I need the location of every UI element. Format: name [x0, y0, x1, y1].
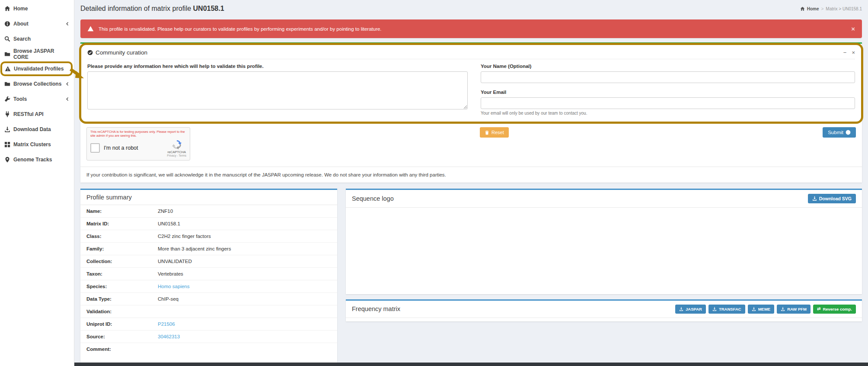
profile-row-label: Class: — [86, 234, 158, 239]
recaptcha-warning: This reCAPTCHA is for testing purposes o… — [90, 130, 186, 138]
recaptcha-row: I'm not a robot reCAPTCHA Privacy - Term… — [90, 139, 186, 157]
wrench-icon — [4, 96, 10, 102]
curation-highlight-outline: Community curation − × Please provide an… — [79, 43, 863, 124]
chevron-left-icon — [65, 97, 70, 101]
matrix-format-buttons: JASPARTRANSFACMEMERAW PFM⇄Reverse comp. — [675, 305, 856, 314]
jaspar-button[interactable]: JASPAR — [675, 305, 706, 314]
info-icon — [4, 21, 10, 27]
download-icon — [712, 307, 717, 311]
email-field[interactable] — [481, 97, 855, 109]
sidebar-item-label: Download Data — [13, 126, 51, 132]
validation-info-textarea[interactable] — [87, 71, 468, 109]
sidebar-item-genome-tracks[interactable]: Genome Tracks — [0, 152, 74, 167]
sidebar-item-unvalidated-profiles[interactable]: Unvalidated Profiles — [0, 61, 73, 76]
curation-controls: − × — [843, 50, 855, 55]
chevron-left-icon — [65, 82, 70, 86]
profile-row-value: Vertebrates — [158, 271, 183, 276]
info-label: Please provide any information here whic… — [87, 64, 468, 69]
contribution-note: If your contribution is significant, we … — [80, 167, 862, 183]
sequence-logo-heading: Sequence logo Download SVG — [346, 190, 862, 208]
raw-pfm-button[interactable]: RAW PFM — [777, 305, 811, 314]
recaptcha-logo-icon — [172, 139, 182, 150]
sidebar-item-label: Browse Collections — [13, 81, 61, 87]
recaptcha-widget: This reCAPTCHA is for testing purposes o… — [86, 127, 190, 161]
sidebar-item-label: Search — [13, 36, 31, 42]
page-title-matrix-id: UN0158.1 — [193, 5, 224, 12]
sidebar-item-label: Browse JASPAR CORE — [13, 48, 70, 60]
reverse-comp--button[interactable]: ⇄Reverse comp. — [813, 305, 856, 314]
download-svg-button[interactable]: Download SVG — [808, 194, 856, 203]
sidebar-item-label: Tools — [13, 96, 27, 102]
sidebar-item-label: RESTful API — [13, 111, 44, 117]
profile-row-species-: Species:Homo sapiens — [80, 280, 337, 293]
profile-row-value: UN0158.1 — [158, 221, 180, 226]
sidebar-item-tools[interactable]: Tools — [0, 91, 74, 106]
unvalidated-alert: This profile is unvalidated. Please help… — [80, 19, 862, 38]
breadcrumb-trail: Matrix > UN0158.1 — [826, 6, 862, 11]
profile-row-matrix-id-: Matrix ID:UN0158.1 — [80, 218, 337, 230]
sidebar-item-download-data[interactable]: Download Data — [0, 122, 74, 137]
plug-icon — [4, 111, 10, 117]
curation-title: Community curation — [87, 49, 147, 56]
profile-row-taxon-: Taxon:Vertebrates — [80, 268, 337, 280]
search-icon — [4, 36, 10, 42]
curation-title-text: Community curation — [96, 49, 147, 56]
name-label: Your Name (Optional) — [481, 64, 855, 69]
profile-summary-table: Name:ZNF10Matrix ID:UN0158.1Class:C2H2 z… — [80, 205, 337, 362]
sidebar-item-about[interactable]: About — [0, 16, 74, 31]
folder-icon — [4, 51, 10, 57]
sidebar-item-browse-collections[interactable]: Browse Collections — [0, 76, 74, 91]
profile-row-label: Family: — [86, 246, 158, 251]
arrow-circle-right-icon — [846, 130, 851, 135]
curation-actions: This reCAPTCHA is for testing purposes o… — [80, 124, 862, 167]
recaptcha-brand-name: reCAPTCHA — [167, 150, 186, 154]
profile-row-value: ChIP-seq — [158, 296, 179, 302]
home-icon — [4, 6, 10, 12]
lower-columns: Profile summary Name:ZNF10Matrix ID:UN01… — [80, 189, 862, 366]
recaptcha-checkbox[interactable] — [90, 143, 100, 153]
profile-summary-title: Profile summary — [86, 194, 132, 201]
community-curation-panel: Community curation − × Please provide an… — [80, 42, 862, 183]
sidebar-item-matrix-clusters[interactable]: Matrix Clusters — [0, 137, 74, 152]
form-buttons: Reset Submit — [480, 127, 856, 161]
profile-row-collection-: Collection:UNVALIDATED — [80, 255, 337, 268]
breadcrumb-separator: > — [821, 6, 824, 11]
sidebar-item-restful-api[interactable]: RESTful API — [0, 106, 74, 122]
close-icon[interactable]: × — [852, 50, 855, 55]
profile-row-value-link[interactable]: Homo sapiens — [158, 284, 190, 289]
profile-row-name-: Name:ZNF10 — [80, 205, 337, 218]
minimize-icon[interactable]: − — [843, 50, 847, 55]
sidebar-item-label: Unvalidated Profiles — [14, 66, 64, 72]
sidebar: HomeAboutSearchBrowse JASPAR COREUnvalid… — [0, 0, 74, 366]
profile-row-uniprot-id-: Uniprot ID:P21506 — [80, 318, 337, 331]
alert-close-icon[interactable]: × — [851, 26, 855, 32]
warning-icon — [5, 66, 11, 72]
sidebar-item-home[interactable]: Home — [0, 1, 74, 16]
transfac-button[interactable]: TRANSFAC — [708, 305, 745, 314]
breadcrumb-home-link[interactable]: Home — [807, 6, 819, 11]
sidebar-item-search[interactable]: Search — [0, 31, 74, 46]
name-field[interactable] — [481, 71, 855, 83]
reset-button[interactable]: Reset — [480, 127, 509, 138]
footer-bar — [74, 363, 868, 366]
submit-button[interactable]: Submit — [823, 127, 856, 138]
meme-button[interactable]: MEME — [748, 305, 775, 314]
page-header: Detailed information of matrix profile U… — [80, 0, 862, 17]
main-content: Detailed information of matrix profile U… — [74, 0, 868, 366]
frequency-matrix-panel: Frequency matrix JASPARTRANSFACMEMERAW P… — [346, 299, 862, 321]
profile-row-label: Source: — [86, 334, 158, 339]
curation-heading: Community curation − × — [87, 48, 855, 59]
sequence-logo-title: Sequence logo — [352, 195, 394, 202]
folder-icon — [4, 81, 10, 87]
exchange-icon: ⇄ — [817, 307, 820, 311]
profile-row-comment-: Comment: — [80, 343, 337, 362]
profile-row-source-: Source:30462313 — [80, 331, 337, 343]
profile-row-label: Name: — [86, 209, 158, 214]
sidebar-item-browse-jaspar-core[interactable]: Browse JASPAR CORE — [0, 46, 74, 61]
sidebar-item-label: Home — [13, 6, 28, 12]
profile-row-label: Validation: — [86, 309, 158, 314]
profile-row-value-link[interactable]: P21506 — [158, 321, 175, 327]
recaptcha-privacy-terms-links[interactable]: Privacy - Terms — [167, 154, 186, 157]
profile-row-value-link[interactable]: 30462313 — [158, 334, 180, 339]
recaptcha-label: I'm not a robot — [104, 145, 138, 151]
